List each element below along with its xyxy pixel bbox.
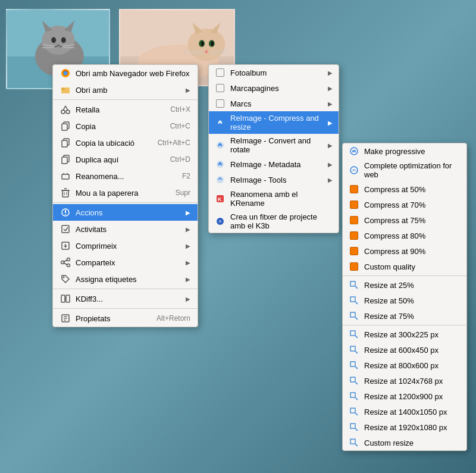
rename-shortcut: F2 xyxy=(182,172,190,180)
submenu-item-resize-1400[interactable]: Resize at 1400x1050 px xyxy=(343,404,466,419)
compress-50-icon xyxy=(349,184,359,195)
sub-separator-2 xyxy=(343,325,466,325)
submenu-item-krename[interactable]: K Reanomena amb el KRename xyxy=(209,187,339,210)
marcapagines-arrow: ▶ xyxy=(328,85,333,92)
submenu-resize-25-label: Resize at 25% xyxy=(364,281,414,290)
menu-item-trash[interactable]: Mou a la paperera Supr xyxy=(53,184,198,201)
fotoalbum-arrow: ▶ xyxy=(328,70,333,76)
submenu-item-resize-800[interactable]: Resize at 800x600 px xyxy=(343,358,466,373)
svg-rect-66 xyxy=(66,295,70,302)
kdiff-arrow: ▶ xyxy=(186,296,190,302)
submenu-item-resize-50[interactable]: Resize at 50% xyxy=(343,293,466,308)
resize-1400-icon xyxy=(349,406,359,417)
compress-80-icon xyxy=(349,230,359,241)
submenu-item-compress-80[interactable]: Compress at 80% xyxy=(343,228,466,243)
submenu-item-compress-90[interactable]: Compress at 90% xyxy=(343,243,466,259)
svg-rect-92 xyxy=(350,362,355,367)
menu-item-copy-label: Copia xyxy=(76,122,165,131)
menu-item-activitats[interactable]: Activitats ▶ xyxy=(53,221,198,237)
submenu-item-custom-resize[interactable]: Custom resize xyxy=(343,435,466,450)
reimage-compress-icon xyxy=(215,117,226,128)
firefox-icon xyxy=(60,68,71,79)
menu-item-etiquetes[interactable]: Assigna etiquetes ▶ xyxy=(53,271,198,287)
svg-rect-82 xyxy=(350,281,355,286)
menu-item-open-firefox[interactable]: Obri amb Navegador web Firefox xyxy=(53,65,198,82)
resize-800-icon xyxy=(349,360,359,371)
menu-item-propietats[interactable]: Propietats Alt+Retorn xyxy=(53,310,198,327)
menu-item-copy[interactable]: Copia Ctrl+C xyxy=(53,118,198,134)
menu-item-cut[interactable]: Retalla Ctrl+X xyxy=(53,101,198,118)
submenu-resize-1200-label: Resize at 1200x900 px xyxy=(364,392,443,401)
submenu-item-custom-quality[interactable]: Custom quality xyxy=(343,259,466,274)
submenu-resize-1920-label: Resize at 1920x1080 px xyxy=(364,423,447,432)
svg-point-6 xyxy=(51,37,56,43)
submenu-resize-1400-label: Resize at 1400x1050 px xyxy=(364,408,447,416)
menu-item-etiquetes-label: Assigna etiquetes xyxy=(76,275,183,284)
marcapagines-checkbox-icon xyxy=(215,83,226,93)
svg-point-33 xyxy=(66,110,70,114)
svg-line-34 xyxy=(63,106,65,111)
submenu-item-make-progressive[interactable]: Make progressive xyxy=(343,143,466,159)
submenu-item-reimage-tools[interactable]: ReImage - Tools ▶ xyxy=(209,172,339,187)
menu-item-open-firefox-label: Obri amb Navegador web Firefox xyxy=(76,69,190,78)
submenu-item-reimage-convert[interactable]: ReImage - Convert and rotate ▶ xyxy=(209,134,339,156)
trash-shortcut: Supr xyxy=(176,189,190,197)
submenu-reimage-compress-label: ReImage - Compress and resize xyxy=(230,114,328,131)
k3b-icon xyxy=(215,216,226,227)
menu-item-copy-location[interactable]: Copia la ubicació Ctrl+Alt+C xyxy=(53,134,198,151)
submenu-item-k3b[interactable]: Crea un fitxer de projecte amb el K3b xyxy=(209,210,339,233)
reimage-tools-icon xyxy=(215,174,226,185)
svg-point-29 xyxy=(64,72,67,74)
submenu-custom-resize-label: Custom resize xyxy=(364,438,414,447)
submenu-resize-50-label: Resize at 50% xyxy=(364,296,414,305)
svg-rect-84 xyxy=(350,297,355,302)
submenu-item-resize-600[interactable]: Resize at 600x450 px xyxy=(343,342,466,358)
submenu-compress-50-label: Compress at 50% xyxy=(364,185,425,194)
submenu-item-resize-1200[interactable]: Resize at 1200x900 px xyxy=(343,389,466,404)
submenu-item-fotoalbum[interactable]: Fotoalbum ▶ xyxy=(209,65,339,80)
submenu-item-resize-300[interactable]: Resize at 300x225 px xyxy=(343,327,466,342)
marcs-arrow: ▶ xyxy=(328,101,333,107)
svg-rect-45 xyxy=(62,190,68,197)
duplicate-icon xyxy=(60,154,71,165)
submenu-item-compress-50[interactable]: Compress at 50% xyxy=(343,181,466,197)
submenu-item-compress-70[interactable]: Compress at 70% xyxy=(343,197,466,212)
menu-item-copy-location-label: Copia la ubicació xyxy=(76,139,153,148)
arrow-icon: ▶ xyxy=(186,87,190,93)
menu-item-rename[interactable]: Reanomena... F2 xyxy=(53,168,198,184)
submenu-item-resize-75[interactable]: Resize at 75% xyxy=(343,308,466,324)
svg-rect-94 xyxy=(350,377,355,382)
resize-1024-icon xyxy=(349,375,359,386)
submenu-item-resize-1024[interactable]: Resize at 1024x768 px xyxy=(343,373,466,389)
submenu-compress-75-label: Compress at 75% xyxy=(364,216,425,225)
svg-rect-41 xyxy=(62,157,67,164)
accions-icon xyxy=(60,207,71,218)
svg-rect-65 xyxy=(61,295,65,302)
submenu-item-resize-25[interactable]: Resize at 25% xyxy=(343,277,466,293)
submenu-item-reimage-compress[interactable]: ReImage - Compress and resize ▶ xyxy=(209,111,339,134)
menu-item-comprimeix[interactable]: Comprimeix ▶ xyxy=(53,237,198,254)
menu-item-duplicate[interactable]: Duplica aquí Ctrl+D xyxy=(53,151,198,168)
menu-item-rename-label: Reanomena... xyxy=(76,172,177,181)
submenu-item-marcs[interactable]: Marcs ▶ xyxy=(209,96,339,111)
submenu-custom-quality-label: Custom quality xyxy=(364,262,415,271)
reimage-convert-arrow: ▶ xyxy=(328,142,333,149)
submenu-reimage-metadata-label: ReImage - Metadata xyxy=(230,160,301,169)
propietats-icon xyxy=(60,313,71,324)
svg-line-35 xyxy=(65,106,68,111)
submenu-item-marcapagines[interactable]: Marcapagines ▶ xyxy=(209,80,339,96)
submenu-item-resize-1920[interactable]: Resize at 1920x1080 px xyxy=(343,419,466,435)
comparteix-icon xyxy=(60,257,71,268)
submenu-fotoalbum-label: Fotoalbum xyxy=(230,68,267,77)
svg-rect-37 xyxy=(62,124,67,130)
submenu-item-compress-75[interactable]: Compress at 75% xyxy=(343,212,466,228)
menu-item-accions[interactable]: Accions ▶ xyxy=(53,204,198,221)
menu-item-comparteix[interactable]: Comparteix ▶ xyxy=(53,254,198,271)
submenu-item-complete-optimization[interactable]: Complete optimization for web xyxy=(343,159,466,181)
menu-item-kdiff[interactable]: KDiff3... ▶ xyxy=(53,290,198,307)
menu-item-open-with[interactable]: Obri amb ▶ xyxy=(53,82,198,98)
cut-shortcut: Ctrl+X xyxy=(170,105,190,114)
svg-rect-53 xyxy=(62,225,69,233)
submenu-item-reimage-metadata[interactable]: ReImage - Metadata ▶ xyxy=(209,156,339,172)
menu-item-open-with-label: Obri amb xyxy=(76,86,183,95)
